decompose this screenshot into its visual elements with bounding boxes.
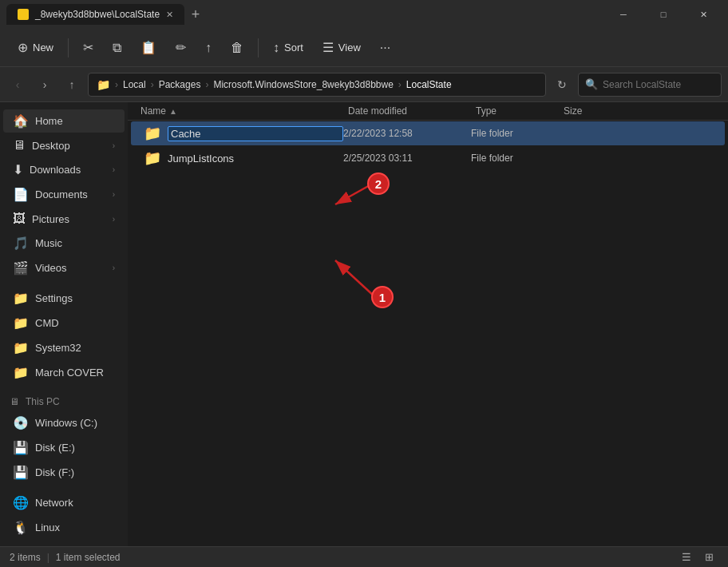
column-type-header[interactable]: Type	[476, 105, 564, 117]
sort-icon: ↕	[273, 41, 279, 55]
chevron-right-icon: ›	[113, 264, 115, 272]
share-icon: ↑	[205, 41, 212, 55]
new-tab-button[interactable]: +	[184, 3, 207, 26]
column-name-header[interactable]: Name ▲	[140, 105, 348, 117]
address-bar: ‹ › ↑ 📁 › Local › Packages › Microsoft.W…	[0, 67, 728, 102]
close-button[interactable]: ✕	[685, 2, 722, 27]
refresh-button[interactable]: ↻	[551, 73, 573, 96]
column-size-header[interactable]: Size	[564, 105, 715, 117]
drive-icon: 💿	[13, 415, 29, 430]
breadcrumb-local[interactable]: Local	[123, 79, 146, 90]
column-date-label: Date modified	[348, 105, 407, 117]
sidebar-item-network[interactable]: 🌐 Network	[3, 491, 125, 514]
chevron-right-icon: ›	[113, 215, 115, 224]
sidebar-item-home[interactable]: 🏠 Home	[3, 109, 125, 133]
search-icon: 🔍	[585, 78, 598, 90]
file-name-jumplist: JumpListIcons	[168, 153, 343, 165]
tab-area: _8wekyb3d8bbwe\LocalState ✕ +	[6, 3, 605, 26]
sidebar-windows-c-label: Windows (C:)	[35, 417, 97, 429]
sidebar: 🏠 Home 🖥 Desktop › ⬇ Downloads › 📄 Docum…	[0, 102, 128, 546]
delete-icon: 🗑	[231, 41, 243, 55]
folder-icon: 📁	[144, 149, 161, 167]
sidebar-item-documents[interactable]: 📄 Documents ›	[3, 183, 125, 206]
window-controls: ─ □ ✕	[605, 2, 722, 27]
folder-icon: 📁	[144, 125, 161, 142]
column-headers: Name ▲ Date modified Type Size	[128, 102, 728, 121]
active-tab[interactable]: _8wekyb3d8bbwe\LocalState ✕	[6, 4, 184, 25]
delete-button[interactable]: 🗑	[223, 36, 251, 60]
sidebar-item-linux[interactable]: 🐧 Linux	[3, 516, 125, 539]
breadcrumb-packages[interactable]: Packages	[159, 79, 201, 90]
minimize-button[interactable]: ─	[605, 2, 642, 27]
sort-indicator-icon: ▲	[169, 107, 177, 116]
maximize-button[interactable]: □	[645, 2, 682, 27]
sidebar-spacer-3	[0, 485, 128, 490]
sort-button[interactable]: ↕ Sort	[265, 36, 311, 60]
sidebar-item-music[interactable]: 🎵 Music	[3, 232, 125, 255]
title-bar: _8wekyb3d8bbwe\LocalState ✕ + ─ □ ✕	[0, 0, 728, 29]
view-button[interactable]: ☰ View	[315, 35, 369, 60]
copy-button[interactable]: ⧉	[105, 36, 129, 60]
table-row[interactable]: 📁 JumpListIcons 2/25/2023 03:11 File fol…	[131, 146, 725, 170]
chevron-right-icon: ›	[113, 141, 115, 150]
tab-close-button[interactable]: ✕	[166, 10, 173, 20]
music-icon: 🎵	[13, 236, 29, 251]
cut-icon: ✂	[83, 40, 93, 55]
file-date-jumplist: 2/25/2023 03:11	[343, 153, 471, 164]
tab-folder-icon	[18, 9, 29, 20]
new-button[interactable]: ⊕ New	[10, 35, 61, 60]
table-row[interactable]: 📁 Cache 2/22/2023 12:58 File folder	[131, 121, 725, 145]
cut-button[interactable]: ✂	[75, 35, 101, 60]
toolbar-separator-2	[258, 38, 259, 57]
sidebar-item-system32[interactable]: 📁 System32	[3, 336, 125, 359]
search-box[interactable]: 🔍	[578, 73, 722, 97]
sidebar-item-settings[interactable]: 📁 Settings	[3, 287, 125, 310]
sidebar-home-label: Home	[35, 115, 63, 127]
view-icon: ☰	[322, 40, 334, 55]
paste-icon: 📋	[140, 40, 156, 55]
folder-icon: 📁	[13, 315, 29, 331]
file-area: Name ▲ Date modified Type Size 📁 Cac	[128, 102, 728, 546]
sort-label: Sort	[284, 42, 303, 54]
sidebar-item-desktop[interactable]: 🖥 Desktop ›	[3, 134, 125, 157]
status-separator: |	[47, 552, 49, 563]
toolbar: ⊕ New ✂ ⧉ 📋 ✏ ↑ 🗑 ↕ Sort ☰ View ···	[0, 29, 728, 67]
sidebar-system32-label: System32	[35, 342, 81, 354]
sidebar-item-downloads[interactable]: ⬇ Downloads ›	[3, 158, 125, 181]
rename-button[interactable]: ✏	[168, 35, 194, 60]
back-button[interactable]: ‹	[6, 73, 29, 96]
sidebar-item-windows-c[interactable]: 💿 Windows (C:)	[3, 411, 125, 434]
this-pc-icon: 🖥	[10, 396, 19, 407]
column-size-label: Size	[564, 105, 582, 117]
breadcrumb-store[interactable]: Microsoft.WindowsStore_8wekyb3d8bbwe	[213, 79, 393, 90]
up-button[interactable]: ↑	[61, 73, 83, 96]
sidebar-item-march-cover[interactable]: 📁 March COVER	[3, 361, 125, 384]
items-count: 2 items	[10, 552, 41, 563]
column-date-header[interactable]: Date modified	[348, 105, 476, 117]
sidebar-item-disk-e[interactable]: 💾 Disk (E:)	[3, 436, 125, 459]
sidebar-this-pc[interactable]: 🖥 This PC	[0, 390, 128, 410]
file-type-cache: File folder	[471, 128, 559, 139]
search-input[interactable]	[603, 79, 714, 90]
file-list: 📁 Cache 2/22/2023 12:58 File folder 📁 Ju…	[128, 121, 728, 546]
tiles-view-button[interactable]: ⊞	[699, 549, 718, 565]
file-name-cache[interactable]: Cache	[168, 126, 343, 141]
breadcrumb[interactable]: 📁 › Local › Packages › Microsoft.Windows…	[88, 73, 546, 97]
copy-icon: ⧉	[113, 41, 121, 55]
view-label: View	[338, 42, 361, 54]
sidebar-item-disk-f[interactable]: 💾 Disk (F:)	[3, 461, 125, 484]
share-button[interactable]: ↑	[197, 36, 220, 60]
sidebar-linux-label: Linux	[35, 521, 60, 533]
more-button[interactable]: ···	[372, 36, 398, 60]
selected-text: 1 item selected	[56, 552, 121, 563]
column-name-label: Name	[140, 105, 166, 117]
toolbar-separator-1	[68, 38, 69, 57]
sidebar-item-cmd[interactable]: 📁 CMD	[3, 311, 125, 335]
paste-button[interactable]: 📋	[133, 35, 164, 60]
sidebar-item-videos[interactable]: 🎬 Videos ›	[3, 256, 125, 280]
forward-button[interactable]: ›	[34, 73, 56, 96]
folder-icon: 📁	[13, 365, 29, 380]
sidebar-item-pictures[interactable]: 🖼 Pictures ›	[3, 208, 125, 230]
details-view-button[interactable]: ☰	[677, 549, 696, 565]
breadcrumb-localstate[interactable]: LocalState	[406, 79, 452, 90]
